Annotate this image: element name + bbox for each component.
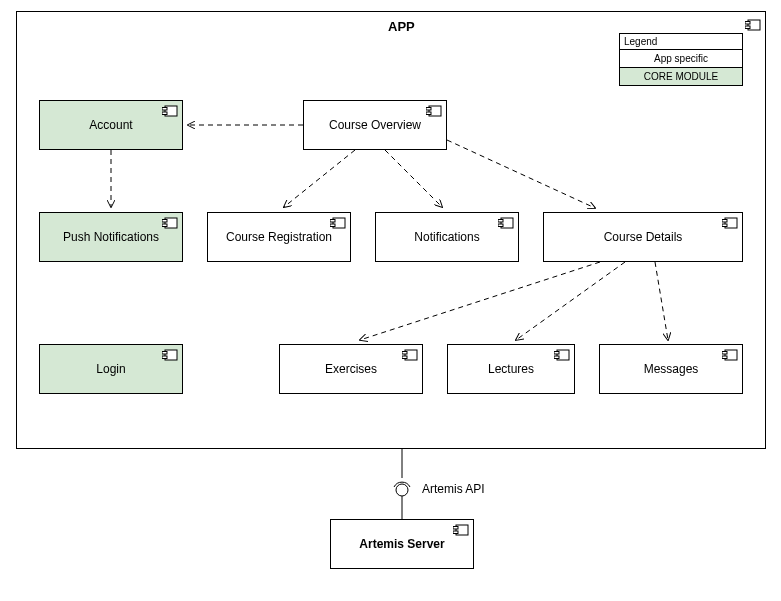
course-overview-label: Course Overview <box>329 118 421 132</box>
svg-rect-7 <box>426 108 431 111</box>
svg-rect-28 <box>554 352 559 355</box>
svg-rect-32 <box>722 356 727 359</box>
svg-rect-17 <box>498 224 503 227</box>
svg-rect-26 <box>402 356 407 359</box>
svg-rect-34 <box>453 527 458 530</box>
lectures-label: Lectures <box>488 362 534 376</box>
login-component: Login <box>39 344 183 394</box>
svg-rect-5 <box>162 112 167 115</box>
push-notifications-component: Push Notifications <box>39 212 183 262</box>
artemis-server-label: Artemis Server <box>359 537 444 551</box>
component-icon <box>426 105 442 117</box>
svg-rect-2 <box>745 26 750 29</box>
course-overview-component: Course Overview <box>303 100 447 150</box>
component-icon <box>554 349 570 361</box>
course-registration-component: Course Registration <box>207 212 351 262</box>
component-icon <box>722 349 738 361</box>
component-icon <box>402 349 418 361</box>
svg-rect-35 <box>453 531 458 534</box>
svg-point-45 <box>396 484 408 496</box>
artemis-server-component: Artemis Server <box>330 519 474 569</box>
push-notifications-label: Push Notifications <box>63 230 159 244</box>
notifications-label: Notifications <box>414 230 479 244</box>
svg-rect-20 <box>722 224 727 227</box>
course-details-label: Course Details <box>604 230 683 244</box>
component-icon <box>745 17 761 29</box>
account-label: Account <box>89 118 132 132</box>
svg-rect-4 <box>162 108 167 111</box>
component-icon <box>453 524 469 536</box>
exercises-component: Exercises <box>279 344 423 394</box>
messages-label: Messages <box>644 362 699 376</box>
svg-rect-13 <box>330 220 335 223</box>
component-icon <box>162 105 178 117</box>
login-label: Login <box>96 362 125 376</box>
legend-core-module: CORE MODULE <box>620 67 742 85</box>
component-icon <box>162 217 178 229</box>
svg-rect-11 <box>162 224 167 227</box>
component-icon <box>722 217 738 229</box>
artemis-api-label: Artemis API <box>422 482 485 496</box>
component-icon <box>498 217 514 229</box>
svg-rect-16 <box>498 220 503 223</box>
legend-app-specific: App specific <box>620 49 742 67</box>
svg-rect-1 <box>745 22 750 25</box>
svg-rect-10 <box>162 220 167 223</box>
app-title: APP <box>388 19 415 34</box>
svg-rect-31 <box>722 352 727 355</box>
exercises-label: Exercises <box>325 362 377 376</box>
notifications-component: Notifications <box>375 212 519 262</box>
component-icon <box>162 349 178 361</box>
account-component: Account <box>39 100 183 150</box>
svg-rect-14 <box>330 224 335 227</box>
svg-rect-29 <box>554 356 559 359</box>
svg-rect-23 <box>162 356 167 359</box>
component-icon <box>330 217 346 229</box>
course-details-component: Course Details <box>543 212 743 262</box>
course-registration-label: Course Registration <box>226 230 332 244</box>
svg-rect-25 <box>402 352 407 355</box>
lectures-component: Lectures <box>447 344 575 394</box>
svg-rect-19 <box>722 220 727 223</box>
legend-title: Legend <box>620 34 742 49</box>
messages-component: Messages <box>599 344 743 394</box>
legend: Legend App specific CORE MODULE <box>619 33 743 86</box>
svg-rect-22 <box>162 352 167 355</box>
svg-rect-8 <box>426 112 431 115</box>
